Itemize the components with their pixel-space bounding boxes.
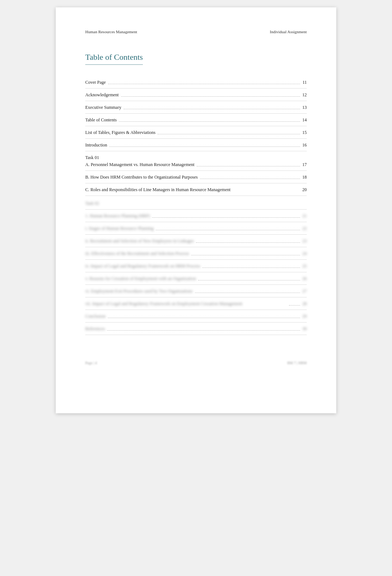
toc-conclusion-row: Conclusion 29 xyxy=(85,310,307,323)
toc-entry-task01-a: A. Personnel Management vs. Human Resour… xyxy=(85,162,307,168)
toc-entry-task02-6: v. Reasons for Cessation of Employment w… xyxy=(85,276,307,282)
toc-entry-references: References 30 xyxy=(85,326,307,332)
toc-dots-cover xyxy=(108,84,300,84)
toc-dots-task02-6 xyxy=(198,280,300,280)
toc-intro-row: Introduction 16 xyxy=(85,139,307,151)
toc-entries: Cover Page 11 Acknowledgement 12 Executi… xyxy=(85,76,307,335)
toc-page-intro: 16 xyxy=(302,142,307,148)
toc-dots-exec xyxy=(124,109,300,109)
toc-page-task02-1: 21 xyxy=(302,213,307,219)
toc-task02-block: Task 02 xyxy=(85,196,307,210)
toc-label-contents: Table of Contents xyxy=(85,117,117,123)
toc-references-row: References 30 xyxy=(85,323,307,335)
toc-label-task02-2: i. Stages of Human Resource Planning xyxy=(85,226,154,231)
toc-task01-c-row: C. Roles and Responsibilities of Line Ma… xyxy=(85,183,307,196)
toc-dots-conclusion xyxy=(108,318,300,318)
toc-entry-task02-8: vii. Impact of Legal and Regulatory Fram… xyxy=(85,301,307,307)
toc-entry-contents: Table of Contents 14 xyxy=(85,117,307,123)
toc-task02-item8-row: vii. Impact of Legal and Regulatory Fram… xyxy=(85,297,307,310)
toc-task02-item3-row: ii. Recruitment and Selection of New Emp… xyxy=(85,235,307,247)
toc-dots-task02-1 xyxy=(152,217,300,218)
toc-page-task02-3: 23 xyxy=(302,238,307,244)
toc-dots-task02-3 xyxy=(196,242,300,243)
toc-cover-page-row: Cover Page 11 xyxy=(85,76,307,89)
toc-dots-contents xyxy=(119,121,300,122)
toc-label-references: References xyxy=(85,326,105,332)
toc-title: Table of Contents xyxy=(85,52,143,65)
toc-entry-task02-1: 1. Human Resource Planning (HRP) 21 xyxy=(85,213,307,219)
toc-task02-item5-row: iv. Impact of Legal and Regulatory Frame… xyxy=(85,260,307,272)
toc-task01-block: Task 01 A. Personnel Management vs. Huma… xyxy=(85,151,307,171)
toc-page-ack: 12 xyxy=(302,92,307,98)
toc-entry-task02-3: ii. Recruitment and Selection of New Emp… xyxy=(85,238,307,244)
toc-dots-task01-b xyxy=(200,179,300,179)
toc-list-row: List of Tables, Figures & Abbreviations … xyxy=(85,126,307,139)
toc-dots-references xyxy=(107,330,300,331)
toc-dots-ack xyxy=(121,96,300,97)
toc-page-task01-c: 20 xyxy=(302,187,307,193)
toc-dots-task02-7 xyxy=(195,293,300,293)
toc-task02-item2-row: i. Stages of Human Resource Planning 22 xyxy=(85,222,307,235)
toc-label-task02-5: iv. Impact of Legal and Regulatory Frame… xyxy=(85,263,200,269)
document-page: Human Resources Management Individual As… xyxy=(56,7,336,413)
toc-label-task01-b: B. How Does HRM Contributes to the Organ… xyxy=(85,175,198,180)
toc-entry-cover-page: Cover Page 11 xyxy=(85,80,307,85)
toc-entry-task01-b: B. How Does HRM Contributes to the Organ… xyxy=(85,175,307,180)
toc-entry-task02-2: i. Stages of Human Resource Planning 22 xyxy=(85,226,307,231)
toc-dots-task02-4 xyxy=(191,255,300,255)
toc-label-task01-c: C. Roles and Responsibilities of Line Ma… xyxy=(85,187,299,193)
toc-label-cover: Cover Page xyxy=(85,80,106,85)
toc-task02-item7-row: vi. Employment Exit Procedures used by T… xyxy=(85,285,307,297)
toc-page-task02-6: 26 xyxy=(302,276,307,282)
toc-page-task02-7: 27 xyxy=(302,289,307,294)
toc-dots-task02-8 xyxy=(289,305,300,306)
toc-task01-b-row: B. How Does HRM Contributes to the Organ… xyxy=(85,171,307,183)
toc-task02-item4-row: iii. Effectiveness of the Recruitment an… xyxy=(85,247,307,260)
toc-entry-list: List of Tables, Figures & Abbreviations … xyxy=(85,130,307,135)
toc-label-task02-6: v. Reasons for Cessation of Employment w… xyxy=(85,276,196,282)
toc-task02-item6-row: v. Reasons for Cessation of Employment w… xyxy=(85,272,307,285)
toc-entry-exec: Executive Summary 13 xyxy=(85,105,307,110)
toc-label-task02-3: ii. Recruitment and Selection of New Emp… xyxy=(85,238,194,244)
toc-page-references: 30 xyxy=(302,326,307,332)
toc-label-list: List of Tables, Figures & Abbreviations xyxy=(85,130,155,135)
toc-contents-row: Table of Contents 14 xyxy=(85,114,307,126)
toc-dots-list xyxy=(158,134,300,134)
toc-label-task01-a: A. Personnel Management vs. Human Resour… xyxy=(85,162,195,168)
toc-dots-intro xyxy=(109,146,300,147)
toc-task01-heading: Task 01 xyxy=(85,155,307,161)
toc-page-task01-a: 17 xyxy=(302,162,307,168)
toc-label-task02-4: iii. Effectiveness of the Recruitment an… xyxy=(85,251,189,256)
toc-entry-intro: Introduction 16 xyxy=(85,142,307,148)
toc-label-task02-1: 1. Human Resource Planning (HRP) xyxy=(85,213,150,219)
toc-page-task02-8: 28 xyxy=(302,301,307,307)
toc-page-conclusion: 29 xyxy=(302,314,307,319)
toc-page-task02-2: 22 xyxy=(302,226,307,231)
toc-task01-inner: Task 01 A. Personnel Management vs. Huma… xyxy=(85,155,307,168)
toc-label-exec: Executive Summary xyxy=(85,105,121,110)
toc-task02-heading: Task 02 xyxy=(85,201,99,206)
toc-page-cover: 11 xyxy=(302,80,307,85)
header-left-text: Human Resources Management xyxy=(85,30,137,34)
toc-page-task02-5: 25 xyxy=(302,263,307,269)
toc-label-intro: Introduction xyxy=(85,142,107,148)
toc-task02-item1-row: 1. Human Resource Planning (HRP) 21 xyxy=(85,210,307,222)
page-header: Human Resources Management Individual As… xyxy=(85,30,307,34)
toc-label-conclusion: Conclusion xyxy=(85,314,106,319)
toc-entry-task02-5: iv. Impact of Legal and Regulatory Frame… xyxy=(85,263,307,269)
toc-label-ack: Acknowledgement xyxy=(85,92,119,98)
toc-page-task02-4: 24 xyxy=(302,251,307,256)
page-footer: Page | 4 BM 7 | HRM xyxy=(85,357,307,365)
toc-exec-row: Executive Summary 13 xyxy=(85,101,307,114)
toc-entry-task02-4: iii. Effectiveness of the Recruitment an… xyxy=(85,251,307,256)
toc-page-list: 15 xyxy=(302,130,307,135)
toc-label-task02-8: vii. Impact of Legal and Regulatory Fram… xyxy=(85,301,287,307)
toc-label-task02-7: vi. Employment Exit Procedures used by T… xyxy=(85,289,193,294)
footer-course-code: BM 7 | HRM xyxy=(287,361,307,365)
toc-ack-row: Acknowledgement 12 xyxy=(85,89,307,101)
toc-entry-conclusion: Conclusion 29 xyxy=(85,314,307,319)
toc-dots-task02-5 xyxy=(202,268,300,268)
header-right-text: Individual Assignment xyxy=(270,30,307,34)
toc-entry-task02-7: vi. Employment Exit Procedures used by T… xyxy=(85,289,307,294)
toc-entry-ack: Acknowledgement 12 xyxy=(85,92,307,98)
